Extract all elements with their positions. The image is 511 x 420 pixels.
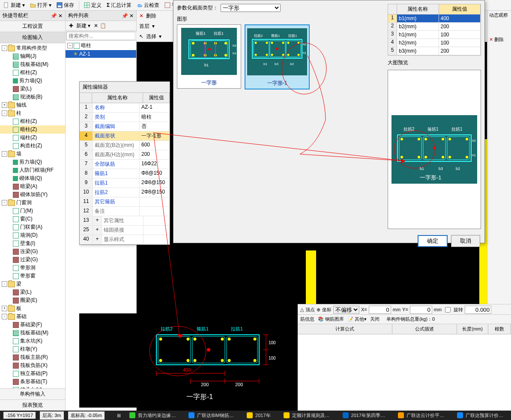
expand-icon[interactable]: + xyxy=(93,216,102,225)
define-button[interactable]: 定义 xyxy=(82,1,103,9)
tree-item[interactable]: 带形洞 xyxy=(0,264,65,272)
property-row[interactable]: 8箍筋1Φ8@150 xyxy=(80,169,170,179)
expander-icon[interactable]: - xyxy=(2,314,7,319)
tree-item[interactable]: 连梁(G) xyxy=(0,247,65,256)
param-row[interactable]: 5b3(mm)200 xyxy=(388,47,481,55)
expand-icon[interactable]: + xyxy=(93,235,102,244)
pin-icon[interactable]: 📌 ✕ xyxy=(51,13,63,19)
prop-value[interactable] xyxy=(140,197,170,206)
expand-icon[interactable]: + xyxy=(93,226,102,235)
property-row[interactable]: 13+其它属性 xyxy=(80,216,170,226)
dynamic-view-button[interactable]: 动态观察 xyxy=(487,11,511,20)
tree-folder[interactable]: -墙 xyxy=(0,150,65,158)
taskbar-app[interactable]: 广联达BIM钢筋… xyxy=(184,411,238,420)
expander-icon[interactable]: + xyxy=(2,102,7,108)
tree-folder[interactable]: -常用构件类型 xyxy=(0,44,65,52)
tree-item[interactable]: 带形窗 xyxy=(0,272,65,280)
expander-icon[interactable]: - xyxy=(2,45,7,51)
tree-item[interactable]: 基础梁(F) xyxy=(0,321,65,329)
floor-select[interactable]: 首层 xyxy=(139,23,149,30)
expander-icon[interactable]: - xyxy=(2,200,7,206)
tree-item[interactable]: 墙洞(D) xyxy=(0,231,65,239)
taskbar-app[interactable]: 广联达云计价平… xyxy=(394,411,448,420)
tree-item[interactable]: 集水坑(K) xyxy=(0,337,65,345)
tree-item[interactable]: 条形基础(T) xyxy=(0,378,65,386)
prop-value[interactable]: AZ-1 xyxy=(140,103,170,112)
tree-item[interactable]: 端柱(Z) xyxy=(0,134,65,142)
tree-item[interactable]: 独立基础(P) xyxy=(0,369,65,378)
section-type-select[interactable]: 一字形 xyxy=(221,4,281,12)
tree-item[interactable]: 过梁(G) xyxy=(0,256,65,264)
prop-value[interactable] xyxy=(140,207,170,216)
tree-folder[interactable]: +轴线 xyxy=(0,101,65,109)
tree-item[interactable]: 砌体墙(Q) xyxy=(0,174,65,182)
vertex-icon[interactable]: △ xyxy=(300,307,304,313)
tree-item[interactable]: 梁(L) xyxy=(0,85,65,93)
pin-icon[interactable]: 📌 ✕ xyxy=(122,13,134,19)
taskbar-app[interactable]: 2017年第四季… xyxy=(338,411,389,420)
tree-item[interactable]: 梁(L) xyxy=(0,288,65,296)
param-row[interactable]: 3h1(mm)100 xyxy=(388,31,481,39)
taskbar-app[interactable]: 定额计算规则及… xyxy=(279,411,334,420)
prop-value[interactable] xyxy=(143,235,170,244)
prop-value[interactable]: 暗柱 xyxy=(140,113,170,122)
shape-card-1[interactable]: 箍筋1 拉筋1 b1 h2 h1 一字形 xyxy=(177,24,241,89)
new-button[interactable]: 新建▾ xyxy=(2,1,27,9)
param-value[interactable]: 100 xyxy=(439,39,481,47)
tree-folder[interactable]: -基础 xyxy=(0,313,65,321)
windows-icon[interactable]: ⊞ xyxy=(117,413,121,418)
ok-button[interactable]: 确定 xyxy=(418,235,448,247)
delete-icon[interactable]: ✕ xyxy=(139,13,143,19)
expander-icon[interactable]: - xyxy=(2,281,7,287)
tree-item[interactable]: 壁龛(I) xyxy=(0,239,65,247)
rebar-lib-button[interactable]: 📚 钢筋图库 xyxy=(318,316,344,322)
other-button[interactable]: 📝 其他▾ xyxy=(347,316,367,322)
property-row[interactable]: 5截面宽(B边)(mm)600 xyxy=(80,141,170,150)
expander-icon[interactable]: + xyxy=(2,306,7,311)
property-row[interactable]: 2类别暗柱 xyxy=(80,113,170,122)
component-item[interactable]: ☀AZ-1 xyxy=(66,50,136,58)
tree-item[interactable]: 暗梁(A) xyxy=(0,182,65,191)
single-input-button[interactable]: 单构件输入 xyxy=(0,389,65,400)
tree-item[interactable]: 筏板基础(M) xyxy=(0,60,65,69)
search-input[interactable] xyxy=(67,32,134,40)
prop-value[interactable] xyxy=(143,226,170,235)
taskbar-app[interactable]: 剪力墙约束边缘… xyxy=(125,411,180,420)
tree-item[interactable]: 窗(C) xyxy=(0,215,65,223)
property-row[interactable]: 40+显示样式 xyxy=(80,235,170,244)
tree-item[interactable]: 暗柱(Z) xyxy=(0,125,65,134)
prop-value[interactable]: 16Φ22 xyxy=(140,160,170,169)
tree-item[interactable]: 筏板负筋(X) xyxy=(0,361,65,369)
select-button[interactable]: 选择 xyxy=(146,33,156,40)
cancel-button[interactable]: 取消 xyxy=(451,235,480,247)
tree-item[interactable]: 剪力墙(Q) xyxy=(0,77,65,85)
tree-item[interactable]: 人防门框墙(RF xyxy=(0,166,65,174)
prop-value[interactable]: 一字-1形 xyxy=(140,131,170,140)
tree-item[interactable]: 门联窗(A) xyxy=(0,223,65,231)
prop-value[interactable]: 200 xyxy=(140,150,170,159)
draw-input-button[interactable]: 绘图输入 xyxy=(0,32,65,43)
close-icon[interactable]: ✕ xyxy=(94,23,98,29)
param-row[interactable]: 1b1(mm)400 xyxy=(388,15,481,23)
tree-item[interactable]: 门(M) xyxy=(0,207,65,215)
rotate-checkbox[interactable] xyxy=(445,307,451,313)
tree-item[interactable]: 砌体加筋(Y) xyxy=(0,191,65,199)
delete-button-2[interactable]: ✕删除 xyxy=(487,35,511,44)
param-value[interactable]: 200 xyxy=(439,23,481,30)
close-button[interactable]: 关闭 xyxy=(370,316,380,322)
property-row[interactable]: 1名称AZ-1 xyxy=(80,103,170,113)
tree-item[interactable]: 轴网(J) xyxy=(0,52,65,60)
prop-value[interactable]: 2Φ8@150 xyxy=(140,188,170,197)
tree-item[interactable]: 筏板基础(M) xyxy=(0,329,65,337)
tree-folder[interactable]: -柱 xyxy=(0,109,65,117)
open-button[interactable]: 打开▾ xyxy=(28,1,53,9)
tree-item[interactable]: 框柱(Z) xyxy=(0,69,65,77)
property-row[interactable]: 25+锚固搭接 xyxy=(80,226,170,235)
tree-item[interactable]: 构造柱(Z) xyxy=(0,142,65,150)
tree-item[interactable]: 框柱(Z) xyxy=(0,117,65,125)
tree-item[interactable]: 筏板主筋(R) xyxy=(0,353,65,361)
taskbar-app[interactable]: 广联达预算计价… xyxy=(453,411,508,420)
new-component-button[interactable]: ✚新建▾ xyxy=(67,22,92,30)
save-button[interactable]: 保存 xyxy=(55,1,76,9)
y-input[interactable] xyxy=(410,306,432,314)
